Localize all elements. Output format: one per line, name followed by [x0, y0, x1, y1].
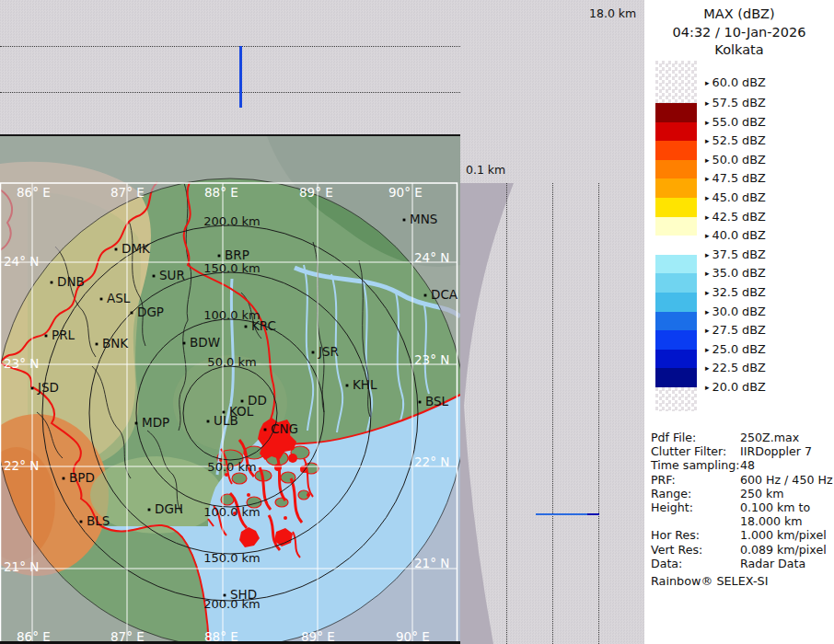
city-label: DMK [122, 241, 151, 256]
radar-map-canvas: 86° E86° E87° E87° E88° E88° E89° E89° E… [0, 136, 460, 644]
metadata-row: 18.000 km [651, 514, 831, 528]
scale-tick-arrow-icon: ▸ [705, 155, 710, 165]
scale-band [655, 312, 697, 331]
dbz-scale-label: ▸25.0 dBZ [705, 342, 766, 356]
city-dot [100, 298, 103, 301]
metadata-row: Hor Res:1.000 km/pixel [651, 528, 831, 542]
metadata-value: 1.000 km/pixel [740, 528, 827, 542]
city-dot [183, 342, 186, 345]
scale-tick-arrow-icon: ▸ [705, 288, 710, 297]
scale-tick-arrow-icon: ▸ [705, 383, 710, 392]
city-label: CNG [271, 421, 298, 436]
dbz-scale-label: ▸27.5 dBZ [705, 323, 766, 337]
radar-site-name: Kolkata [644, 41, 834, 60]
latitude-label-left: 21° N [4, 559, 39, 574]
city-dot [148, 509, 151, 512]
scale-band [655, 217, 697, 236]
scale-tick-arrow-icon: ▸ [705, 250, 710, 259]
city-dot [218, 255, 221, 258]
scale-band [655, 160, 697, 179]
city-label: JSD [37, 380, 59, 395]
scale-band [655, 236, 697, 255]
city-label: SUR [159, 268, 185, 282]
scale-tick-arrow-icon: ▸ [705, 78, 710, 87]
scale-tick-arrow-icon: ▸ [705, 98, 710, 108]
metadata-value: 0.100 km to [740, 500, 810, 514]
city-dot [419, 401, 422, 404]
metadata-label: Range: [651, 487, 740, 500]
height-axis-max-label: 18.0 km [589, 6, 636, 20]
scale-band [655, 368, 697, 387]
range-ring-label: 50.0 km [207, 355, 256, 369]
cross-section-right-panel [460, 136, 644, 644]
radar-product-screen: 18.0 km 0.1 km [0, 0, 834, 644]
city-label: DGP [137, 305, 164, 319]
city-dot [51, 282, 53, 284]
metadata-value: IIRDoppler 7 [740, 444, 812, 458]
height-gridline [0, 46, 460, 47]
metadata-row: Pdf File:250Z.max [651, 431, 831, 444]
scale-band [655, 178, 697, 198]
longitude-label-top: 88° E [204, 185, 238, 200]
metadata-value: 48 [740, 458, 755, 472]
longitude-label-top: 89° E [299, 185, 333, 200]
range-ring-label: 50.0 km [207, 460, 256, 474]
city-dot [96, 343, 98, 346]
scale-tick-arrow-icon: ▸ [705, 363, 710, 373]
city-label: ASL [107, 291, 131, 305]
scale-band-transparent [655, 61, 697, 103]
metadata-row: Vert Res:0.089 km/pixel [651, 543, 831, 557]
metadata-label: Clutter Filter: [651, 444, 740, 458]
scale-band [655, 255, 697, 274]
longitude-label-top: 86° E [17, 185, 51, 200]
city-label: BSL [425, 394, 449, 408]
scale-tick-arrow-icon: ▸ [705, 345, 710, 354]
metadata-label: Data: [651, 557, 740, 570]
city-dot [31, 387, 34, 390]
dbz-scale-label: ▸55.0 dBZ [705, 115, 766, 129]
latitude-label-left: 22° N [4, 458, 39, 473]
dbz-scale-label: ▸52.5 dBZ [705, 133, 766, 147]
metadata-row: Data:Radar Data [651, 557, 831, 570]
city-dot [264, 429, 267, 431]
scale-band [655, 103, 697, 122]
dbz-scale-label: ▸37.5 dBZ [705, 247, 766, 261]
longitude-label-bottom: 86° E [17, 629, 51, 644]
scale-band [655, 122, 697, 142]
scale-tick-arrow-icon: ▸ [705, 307, 710, 316]
city-label: JSR [318, 344, 339, 359]
metadata-row: Range:250 km [651, 487, 831, 500]
city-label: PRL [52, 328, 75, 342]
product-metadata: Pdf File:250Z.maxClutter Filter:IIRDoppl… [651, 431, 831, 570]
dbz-scale-label: ▸30.0 dBZ [705, 305, 766, 318]
scale-band [655, 293, 697, 312]
latitude-label-right: 24° N [414, 250, 449, 265]
city-label: MNS [410, 212, 437, 226]
terrain-coastal-plain [90, 456, 223, 534]
city-label: BDW [190, 335, 220, 350]
dbz-scale-label: ▸45.0 dBZ [705, 190, 766, 204]
metadata-value: Radar Data [740, 557, 805, 570]
metadata-value: 0.089 km/pixel [740, 543, 827, 557]
software-brand: Rainbow® SELEX-SI [651, 574, 768, 588]
metadata-label [651, 514, 740, 528]
city-dot [153, 275, 156, 278]
dbz-scale-label: ▸47.5 dBZ [705, 171, 766, 185]
scale-band [655, 273, 697, 293]
city-dot [135, 422, 138, 425]
city-label: BLS [87, 513, 110, 528]
metadata-label: Height: [651, 500, 740, 514]
metadata-row: Clutter Filter:IIRDoppler 7 [651, 444, 831, 458]
scale-band [655, 330, 697, 350]
height-gridline [0, 92, 460, 93]
metadata-label: Pdf File: [651, 431, 740, 444]
dbz-scale-label: ▸42.5 dBZ [705, 210, 766, 224]
range-ring-label: 100.0 km [203, 505, 261, 519]
city-dot [207, 420, 210, 423]
dbz-scale-label: ▸40.0 dBZ [705, 228, 766, 242]
latitude-label-right: 21° N [414, 556, 449, 570]
scale-tick-arrow-icon: ▸ [705, 118, 710, 127]
metadata-value: 250Z.max [740, 431, 799, 444]
city-label: BRP [225, 247, 249, 262]
city-dot [115, 248, 118, 251]
